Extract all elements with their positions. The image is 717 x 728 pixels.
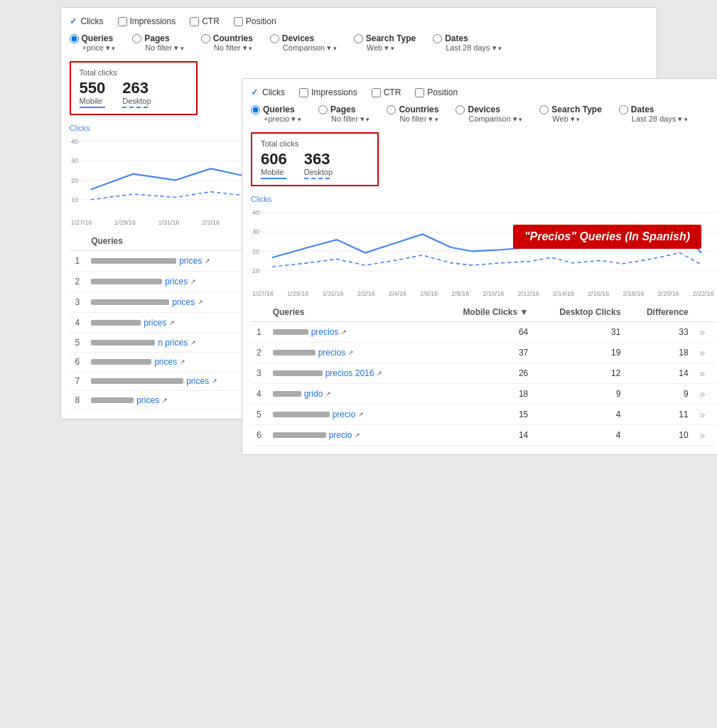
difference-cell: 11: [626, 405, 694, 425]
query-text[interactable]: prices: [154, 357, 177, 367]
difference-cell: 33: [626, 322, 694, 343]
chevron-icon[interactable]: »: [694, 322, 716, 343]
dates-filter-2[interactable]: Last 28 days ▾: [632, 114, 688, 124]
row-number: 6: [251, 425, 267, 446]
external-link-icon[interactable]: ↗: [358, 411, 364, 418]
col-difference-2[interactable]: Difference: [626, 303, 694, 322]
difference-cell: 14: [626, 363, 694, 384]
external-link-icon[interactable]: ↗: [325, 390, 331, 397]
queries-filter-1[interactable]: +price ▾: [82, 43, 116, 53]
searchtype-dim-label: Search Type: [366, 33, 416, 43]
mobile-clicks-cell: 26: [436, 363, 534, 384]
chevron-icon[interactable]: »: [694, 343, 716, 363]
query-text[interactable]: grido: [304, 389, 323, 399]
dim-countries-1: Countries No filter ▾: [201, 33, 253, 53]
ctr-checkbox-2[interactable]: CTR: [372, 87, 401, 97]
devices-filter-2[interactable]: Comparison ▾: [468, 114, 522, 124]
external-link-icon[interactable]: ↗: [212, 378, 217, 385]
countries-filter-1[interactable]: No filter ▾: [214, 43, 253, 53]
query-cell[interactable]: precios↗: [267, 322, 422, 343]
desktop-clicks-cell: 4: [534, 425, 626, 446]
svg-text:20: 20: [70, 177, 77, 184]
dates-dim-label: Dates: [445, 33, 468, 43]
external-link-icon[interactable]: ↗: [355, 432, 360, 439]
impressions-checkbox[interactable]: Impressions: [118, 16, 176, 26]
query-cell[interactable]: precio↗: [267, 425, 422, 446]
searchtype-filter-1[interactable]: Web ▾: [367, 43, 416, 53]
countries-filter-2[interactable]: No filter ▾: [399, 114, 438, 124]
pages-dim-label: Pages: [144, 33, 169, 43]
searchtype-filter-2[interactable]: Web ▾: [552, 114, 601, 124]
external-link-icon[interactable]: ↗: [169, 319, 175, 326]
chart-label-2: Clicks: [251, 195, 716, 203]
queries-filter-2[interactable]: +precio ▾: [264, 114, 301, 124]
query-text[interactable]: prices: [144, 318, 166, 328]
row-number: 2: [70, 272, 86, 292]
dimension-row-1: Queries +price ▾ Pages No filter ▾ Count…: [70, 33, 648, 53]
external-link-icon[interactable]: ↗: [341, 328, 347, 336]
query-bar: [273, 391, 301, 397]
query-cell[interactable]: precios 2016↗: [267, 363, 422, 384]
dim-dates-2: Dates Last 28 days ▾: [619, 105, 688, 124]
query-text[interactable]: prices: [179, 256, 202, 266]
col-mobile-clicks-2[interactable]: Mobile Clicks ▼: [436, 303, 534, 322]
dim-searchtype-1: Search Type Web ▾: [354, 33, 416, 53]
col-queries-2[interactable]: Queries: [267, 303, 422, 322]
external-link-icon[interactable]: ↗: [180, 358, 185, 365]
query-text[interactable]: prices: [172, 297, 195, 307]
impressions-checkbox-2[interactable]: Impressions: [299, 87, 357, 97]
external-link-icon[interactable]: ↗: [205, 257, 210, 264]
query-cell[interactable]: precio↗: [267, 405, 422, 425]
query-text[interactable]: n prices: [158, 338, 188, 348]
query-cell[interactable]: precios↗: [267, 343, 422, 363]
query-bar: [91, 320, 141, 326]
queries-dim-label: Queries: [82, 33, 114, 43]
external-link-icon[interactable]: ↗: [190, 278, 196, 285]
query-bar: [273, 432, 326, 438]
external-link-icon[interactable]: ↗: [190, 339, 196, 346]
chevron-icon[interactable]: »: [694, 425, 716, 446]
external-link-icon[interactable]: ↗: [377, 370, 382, 377]
query-bar: [91, 378, 183, 384]
chevron-icon[interactable]: »: [694, 384, 716, 405]
table-row: 2precios↗371918»: [251, 343, 716, 363]
query-text[interactable]: prices: [136, 395, 159, 405]
col-desktop-clicks-2[interactable]: Desktop Clicks: [534, 303, 626, 322]
clicks-checkbox[interactable]: ✓ Clicks: [70, 16, 104, 26]
position-label: Position: [246, 16, 276, 26]
query-text[interactable]: precios 2016: [325, 368, 374, 378]
position-checkbox-2[interactable]: Position: [415, 87, 458, 97]
query-text[interactable]: precios: [318, 348, 346, 358]
pages-filter-2[interactable]: No filter ▾: [331, 114, 370, 124]
query-text[interactable]: prices: [186, 376, 209, 386]
clicks-label-2: Clicks: [262, 87, 285, 97]
external-link-icon[interactable]: ↗: [348, 349, 354, 356]
external-link-icon[interactable]: ↗: [162, 397, 168, 404]
devices-filter-1[interactable]: Comparison ▾: [283, 43, 337, 53]
position-checkbox[interactable]: Position: [234, 16, 276, 26]
query-bar: [91, 397, 134, 403]
query-text[interactable]: precio: [333, 410, 356, 419]
countries-dim-label-2: Countries: [399, 105, 438, 114]
query-bar: [91, 340, 155, 346]
chevron-icon[interactable]: »: [694, 363, 716, 384]
chevron-icon[interactable]: »: [694, 405, 716, 425]
position-label-2: Position: [427, 87, 458, 97]
table-row: 4grido↗1899»: [251, 384, 716, 405]
data-table-2: Queries Mobile Clicks ▼ Desktop Clicks D…: [251, 303, 716, 446]
query-cell[interactable]: grido↗: [267, 384, 422, 405]
clicks-checkbox-2[interactable]: ✓ Clicks: [251, 87, 285, 97]
desktop-clicks-cell: 12: [534, 363, 626, 384]
mobile-clicks-cell: 64: [436, 322, 534, 343]
external-link-icon[interactable]: ↗: [198, 299, 203, 306]
dates-filter-1[interactable]: Last 28 days ▾: [446, 43, 502, 53]
query-bar: [273, 370, 323, 376]
query-text[interactable]: precio: [329, 430, 352, 440]
query-bar: [91, 279, 162, 284]
query-text[interactable]: precios: [311, 327, 339, 337]
mobile-line-1: [80, 107, 105, 108]
pages-filter-1[interactable]: No filter ▾: [145, 43, 183, 53]
ctr-checkbox[interactable]: CTR: [190, 16, 220, 26]
difference-cell: 9: [626, 384, 694, 405]
query-text[interactable]: prices: [165, 277, 188, 287]
